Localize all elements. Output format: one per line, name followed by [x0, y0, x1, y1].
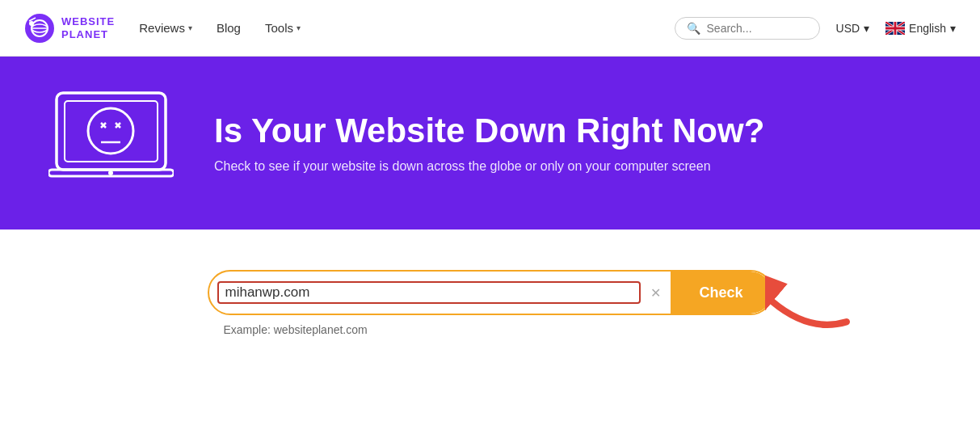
search-icon: 🔍 — [687, 22, 700, 35]
check-button[interactable]: Check — [671, 272, 771, 314]
currency-chevron-icon: ▾ — [864, 22, 869, 35]
url-input[interactable] — [217, 281, 641, 304]
tools-chevron-icon: ▾ — [297, 23, 301, 32]
search-box[interactable]: 🔍 — [675, 17, 820, 40]
tools-nav[interactable]: Tools ▾ — [265, 21, 301, 35]
flag-icon — [885, 22, 905, 35]
laptop-svg — [48, 89, 174, 194]
logo-icon — [24, 13, 55, 44]
url-example: Example: websiteplanet.com — [208, 323, 773, 336]
svg-point-4 — [29, 21, 34, 26]
clear-button[interactable]: ✕ — [641, 285, 671, 301]
hero-illustration — [48, 89, 174, 197]
logo[interactable]: WEBSITE PLANET — [24, 13, 115, 44]
logo-text: WEBSITE PLANET — [61, 15, 115, 40]
url-input-wrapper: ✕ Check — [208, 270, 773, 315]
hero-title: Is Your Website Down Right Now? — [214, 112, 764, 150]
reviews-chevron-icon: ▾ — [188, 23, 192, 32]
language-selector[interactable]: English ▾ — [885, 22, 956, 35]
nav-right: 🔍 USD ▾ English ▾ — [675, 17, 956, 40]
navbar: WEBSITE PLANET Reviews ▾ Blog Tools ▾ 🔍 … — [0, 0, 980, 57]
svg-rect-7 — [57, 93, 166, 170]
search-input[interactable] — [707, 22, 808, 35]
reviews-nav[interactable]: Reviews ▾ — [139, 21, 192, 35]
hero-content: Is Your Website Down Right Now? Check to… — [214, 112, 764, 174]
hero-banner: Is Your Website Down Right Now? Check to… — [0, 57, 980, 230]
arrow-container — [765, 273, 854, 333]
currency-selector[interactable]: USD ▾ — [836, 22, 870, 35]
svg-point-9 — [88, 108, 133, 154]
language-chevron-icon: ▾ — [950, 22, 956, 35]
url-input-section: ✕ Check Example: websiteplanet.com — [208, 270, 773, 336]
svg-point-16 — [108, 171, 113, 175]
blog-nav[interactable]: Blog — [217, 21, 241, 35]
hero-subtitle: Check to see if your website is down acr… — [214, 159, 764, 174]
nav-links: Reviews ▾ Blog Tools ▾ — [139, 21, 674, 35]
main-content: ✕ Check Example: websiteplanet.com — [0, 230, 980, 385]
red-arrow-icon — [765, 273, 854, 330]
clear-icon: ✕ — [650, 285, 661, 301]
